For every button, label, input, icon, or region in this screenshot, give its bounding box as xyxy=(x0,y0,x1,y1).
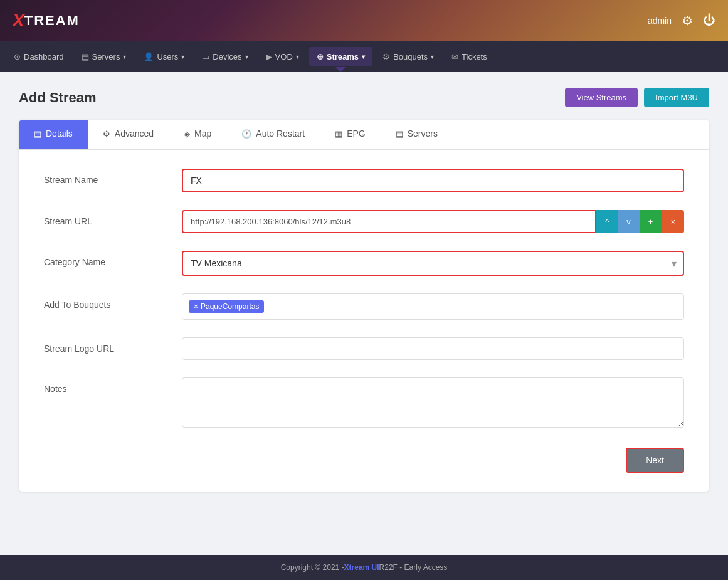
footer: Copyright © 2021 - Xtream UI R22F - Earl… xyxy=(0,555,728,580)
auto-restart-tab-icon: 🕐 xyxy=(241,129,251,139)
nav-streams-label: Streams xyxy=(327,52,359,61)
stream-url-wrap: ^ v + × xyxy=(182,210,684,233)
stream-name-input[interactable] xyxy=(182,169,684,192)
page-header: Add Stream View Streams Import M3U xyxy=(19,88,709,107)
tickets-icon: ✉ xyxy=(451,52,458,61)
logo: X TREAM xyxy=(13,11,80,31)
settings-icon[interactable]: ⚙ xyxy=(682,13,693,28)
nav-dashboard[interactable]: ⊙ Dashboard xyxy=(6,47,71,66)
vod-arrow-icon: ▾ xyxy=(296,53,299,60)
logo-tream: TREAM xyxy=(24,13,80,29)
page-title: Add Stream xyxy=(19,90,96,106)
navbar: ⊙ Dashboard ▤ Servers ▾ 👤 Users ▾ ▭ Devi… xyxy=(0,41,728,72)
logo-label: Stream Logo URL xyxy=(44,337,182,354)
tab-details[interactable]: ▤ Details xyxy=(19,120,88,149)
form-card: ▤ Details ⚙ Advanced ◈ Map 🕐 Auto Restar… xyxy=(19,120,709,492)
bouquets-row: Add To Bouquets × PaqueCompartas xyxy=(44,293,684,320)
page-header-buttons: View Streams Import M3U xyxy=(565,88,709,107)
tab-epg-label: EPG xyxy=(347,129,366,139)
notes-control xyxy=(182,377,684,430)
nav-vod-label: VOD xyxy=(275,52,293,61)
url-add-button[interactable]: + xyxy=(640,210,662,233)
devices-icon: ▭ xyxy=(202,52,209,61)
streams-icon: ⊕ xyxy=(317,52,324,61)
tab-details-label: Details xyxy=(46,129,73,139)
category-select-wrap: TV Mexicana Sports News Movies ▾ xyxy=(182,251,684,276)
category-select[interactable]: TV Mexicana Sports News Movies xyxy=(183,252,683,275)
main-content: Add Stream View Streams Import M3U ▤ Det… xyxy=(0,72,728,555)
epg-tab-icon: ▦ xyxy=(335,129,342,139)
notes-row: Notes xyxy=(44,377,684,430)
footer-brand: Xtream UI xyxy=(344,563,379,572)
logo-x: X xyxy=(13,11,24,31)
devices-arrow-icon: ▾ xyxy=(245,53,248,60)
nav-dashboard-label: Dashboard xyxy=(24,52,64,61)
url-up-button[interactable]: ^ xyxy=(596,210,618,233)
servers-icon: ▤ xyxy=(82,52,89,61)
nav-users[interactable]: 👤 Users ▾ xyxy=(136,47,192,66)
stream-name-row: Stream Name xyxy=(44,169,684,192)
stream-name-label: Stream Name xyxy=(44,169,182,185)
nav-vod[interactable]: ▶ VOD ▾ xyxy=(258,47,307,66)
stream-url-label: Stream URL xyxy=(44,210,182,226)
tab-servers-label: Servers xyxy=(408,129,438,139)
tab-map[interactable]: ◈ Map xyxy=(169,120,226,149)
nav-devices-label: Devices xyxy=(213,52,241,61)
dashboard-icon: ⊙ xyxy=(14,52,21,61)
nav-users-label: Users xyxy=(157,52,178,61)
next-button[interactable]: Next xyxy=(626,448,684,473)
tab-advanced-label: Advanced xyxy=(115,129,154,139)
header-right: admin ⚙ ⏻ xyxy=(648,13,715,28)
nav-bouquets[interactable]: ⚙ Bouquets ▾ xyxy=(375,47,441,66)
bouquets-control: × PaqueCompartas xyxy=(182,293,684,320)
bouquets-icon: ⚙ xyxy=(382,52,390,61)
bouquets-input[interactable]: × PaqueCompartas xyxy=(182,293,684,320)
users-icon: 👤 xyxy=(144,52,154,61)
import-m3u-button[interactable]: Import M3U xyxy=(644,88,709,107)
logo-row: Stream Logo URL xyxy=(44,337,684,360)
category-label: Category Name xyxy=(44,251,182,267)
streams-arrow-icon: ▾ xyxy=(362,53,365,60)
nav-streams[interactable]: ⊕ Streams ▾ xyxy=(309,47,372,66)
tabs-bar: ▤ Details ⚙ Advanced ◈ Map 🕐 Auto Restar… xyxy=(19,120,709,150)
tab-auto-restart-label: Auto Restart xyxy=(256,129,305,139)
tab-advanced[interactable]: ⚙ Advanced xyxy=(88,120,169,149)
nav-devices[interactable]: ▭ Devices ▾ xyxy=(194,47,255,66)
notes-textarea[interactable] xyxy=(182,377,684,428)
form-actions: Next xyxy=(44,448,684,473)
tab-map-label: Map xyxy=(194,129,211,139)
details-tab-icon: ▤ xyxy=(34,129,41,139)
bouquets-label: Add To Bouquets xyxy=(44,293,182,310)
power-icon[interactable]: ⏻ xyxy=(703,13,715,28)
advanced-tab-icon: ⚙ xyxy=(103,129,110,139)
nav-servers-label: Servers xyxy=(92,52,120,61)
vod-icon: ▶ xyxy=(266,52,272,61)
servers-tab-icon: ▤ xyxy=(396,129,403,139)
bouquet-tag-x[interactable]: × xyxy=(194,302,198,311)
map-tab-icon: ◈ xyxy=(184,129,190,139)
nav-tickets-label: Tickets xyxy=(462,52,487,61)
footer-copyright: Copyright © 2021 - xyxy=(281,563,344,572)
view-streams-button[interactable]: View Streams xyxy=(565,88,638,107)
form-body: Stream Name Stream URL ^ v + × xyxy=(19,150,709,492)
users-arrow-icon: ▾ xyxy=(181,53,184,60)
nav-servers[interactable]: ▤ Servers ▾ xyxy=(74,47,134,66)
url-down-button[interactable]: v xyxy=(618,210,640,233)
bouquets-arrow-icon: ▾ xyxy=(431,53,434,60)
category-row: Category Name TV Mexicana Sports News Mo… xyxy=(44,251,684,276)
tab-epg[interactable]: ▦ EPG xyxy=(320,120,381,149)
stream-logo-input[interactable] xyxy=(182,337,684,360)
notes-label: Notes xyxy=(44,377,182,394)
tab-servers[interactable]: ▤ Servers xyxy=(381,120,453,149)
header: X TREAM admin ⚙ ⏻ xyxy=(0,0,728,41)
url-delete-button[interactable]: × xyxy=(662,210,684,233)
stream-url-input[interactable] xyxy=(182,210,596,233)
nav-tickets[interactable]: ✉ Tickets xyxy=(444,47,495,66)
admin-label: admin xyxy=(648,16,672,26)
logo-control xyxy=(182,337,684,360)
servers-arrow-icon: ▾ xyxy=(123,53,126,60)
bouquet-tag[interactable]: × PaqueCompartas xyxy=(189,300,264,313)
tab-auto-restart[interactable]: 🕐 Auto Restart xyxy=(226,120,320,149)
nav-bouquets-label: Bouquets xyxy=(393,52,428,61)
stream-url-row: Stream URL ^ v + × xyxy=(44,210,684,233)
